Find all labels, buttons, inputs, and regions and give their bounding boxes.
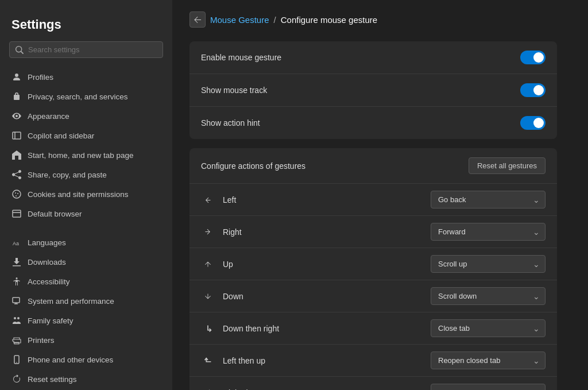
sidebar-item-appearance[interactable]: Appearance: [0, 106, 172, 126]
cookie-icon: [11, 189, 22, 199]
gesture-row-down: Down Go backForwardScroll upScroll down: [189, 280, 557, 312]
sidebar-item-family-label: Family safety: [28, 316, 74, 325]
svg-point-4: [17, 193, 18, 194]
sidebar-item-system[interactable]: System and performance: [0, 291, 172, 311]
sidebar-item-phone[interactable]: Phone and other devices: [0, 350, 172, 369]
sidebar-item-privacy-label: Privacy, search, and services: [28, 92, 128, 101]
svg-point-3: [15, 192, 16, 194]
sidebar-item-default-label: Default browser: [28, 210, 82, 218]
toggle-show-track: Show mouse track: [189, 74, 557, 107]
sidebar: Settings Profiles Privacy, search, and s…: [0, 0, 172, 390]
languages-icon: Aa: [11, 237, 22, 248]
gesture-left-up-label: Left then up: [223, 356, 423, 365]
sidebar-item-share[interactable]: Share, copy, and paste: [0, 165, 172, 184]
sidebar-item-reset-label: Reset settings: [28, 375, 77, 384]
sidebar-item-copilot[interactable]: Copilot and sidebar: [0, 126, 172, 145]
enable-gesture-toggle[interactable]: [520, 51, 546, 64]
gesture-right-up-select[interactable]: Go backOpen new tab: [431, 384, 546, 390]
gesture-row-up: Up Go backForwardScroll upScroll down: [189, 248, 557, 280]
gesture-right-up-label: Right then up: [223, 388, 423, 391]
gesture-up-select[interactable]: Go backForwardScroll upScroll down: [431, 255, 546, 273]
gesture-left-label: Left: [223, 195, 423, 204]
gesture-down-right-select-wrapper: Go backForwardClose tab: [431, 319, 546, 337]
svg-text:Aa: Aa: [13, 241, 19, 246]
gesture-row-right-up: Right then up Go backOpen new tab: [189, 377, 557, 390]
sidebar-item-share-label: Share, copy, and paste: [28, 171, 107, 179]
sidebar-item-languages[interactable]: Aa Languages: [0, 233, 172, 252]
sidebar-item-phone-label: Phone and other devices: [28, 356, 113, 364]
sidebar-item-languages-label: Languages: [28, 238, 66, 247]
svg-rect-10: [13, 298, 20, 303]
search-input[interactable]: [28, 45, 157, 54]
sidebar-item-profiles[interactable]: Profiles: [0, 67, 172, 87]
eye-icon: [11, 111, 22, 121]
arrow-down-right-icon: [201, 322, 215, 335]
sidebar-item-appearance-label: Appearance: [28, 112, 69, 121]
sidebar-item-copilot-label: Copilot and sidebar: [28, 132, 94, 140]
back-arrow-icon: [194, 16, 202, 24]
reset-all-gestures-button[interactable]: Reset all gestures: [469, 157, 546, 174]
gesture-row-down-right: Down then right Go backForwardClose tab: [189, 312, 557, 345]
main-content: Mouse Gesture / Configure mouse gesture …: [172, 0, 588, 390]
gesture-left-up-select[interactable]: Go backReopen closed tab: [431, 352, 546, 369]
show-track-toggle[interactable]: [520, 83, 546, 97]
gesture-down-right-select[interactable]: Go backForwardClose tab: [431, 319, 546, 337]
lock-icon: [11, 91, 22, 102]
download-icon: [11, 257, 22, 267]
sidebar-item-printers[interactable]: Printers: [0, 330, 172, 350]
gesture-right-select-wrapper: Go backForwardScroll upScroll down: [431, 223, 546, 241]
svg-point-16: [16, 362, 17, 363]
sidebar-icon: [11, 130, 22, 141]
arrow-left-up-icon: [201, 354, 215, 368]
gesture-down-label: Down: [223, 292, 423, 301]
arrow-up-icon: [201, 257, 215, 271]
arrow-down-icon: [201, 289, 215, 303]
show-track-label: Show mouse track: [201, 86, 267, 95]
gesture-right-up-select-wrapper: Go backOpen new tab: [431, 384, 546, 390]
gesture-row-left: Left Go backForwardScroll upScroll downC…: [189, 184, 557, 216]
breadcrumb-separator: /: [274, 15, 276, 25]
sidebar-item-cookies[interactable]: Cookies and site permissions: [0, 184, 172, 204]
share-icon: [11, 169, 22, 180]
arrow-left-icon: [201, 193, 215, 207]
gesture-section-title: Configure actions of gestures: [201, 161, 305, 171]
svg-point-5: [16, 195, 17, 196]
sidebar-item-printers-label: Printers: [28, 336, 55, 345]
back-button[interactable]: [189, 11, 206, 28]
toggle-section: Enable mouse gesture Show mouse track Sh…: [189, 41, 557, 139]
sidebar-item-reset[interactable]: Reset settings: [0, 369, 172, 389]
sidebar-item-default-browser[interactable]: Default browser: [0, 204, 172, 223]
sidebar-item-privacy[interactable]: Privacy, search, and services: [0, 87, 172, 106]
sidebar-item-downloads[interactable]: Downloads: [0, 252, 172, 272]
family-icon: [11, 315, 22, 326]
home-icon: [11, 150, 22, 160]
sidebar-item-downloads-label: Downloads: [28, 258, 66, 267]
browser-icon: [11, 208, 22, 219]
app-title: Settings: [0, 11, 172, 41]
gesture-down-select[interactable]: Go backForwardScroll upScroll down: [431, 287, 546, 305]
sidebar-item-cookies-label: Cookies and site permissions: [28, 190, 129, 199]
svg-point-13: [14, 317, 16, 319]
sidebar-nav-bottom: Aa Languages Downloads Accessibility Sys…: [0, 233, 172, 390]
sidebar-item-start[interactable]: Start, home, and new tab page: [0, 145, 172, 165]
svg-point-9: [16, 277, 18, 279]
reset-icon: [11, 374, 22, 384]
sidebar-item-accessibility-label: Accessibility: [28, 277, 70, 286]
svg-rect-0: [13, 132, 21, 139]
sidebar-nav-top: Profiles Privacy, search, and services A…: [0, 67, 172, 223]
breadcrumb: Mouse Gesture / Configure mouse gesture: [189, 11, 557, 28]
gesture-config-section: Configure actions of gestures Reset all …: [189, 148, 557, 390]
printer-icon: [11, 335, 22, 345]
gesture-left-select[interactable]: Go backForwardScroll upScroll downClose …: [431, 191, 546, 208]
gesture-right-select[interactable]: Go backForwardScroll upScroll down: [431, 223, 546, 241]
gesture-down-right-label: Down then right: [223, 324, 423, 333]
sidebar-item-system-label: System and performance: [28, 297, 114, 306]
sidebar-item-accessibility[interactable]: Accessibility: [0, 272, 172, 291]
toggle-show-hint: Show action hint: [189, 107, 557, 139]
svg-point-14: [17, 317, 20, 319]
show-hint-toggle[interactable]: [520, 116, 546, 130]
arrow-right-up-icon: [201, 386, 215, 391]
sidebar-item-family[interactable]: Family safety: [0, 311, 172, 330]
breadcrumb-parent[interactable]: Mouse Gesture: [210, 15, 269, 25]
search-box[interactable]: [9, 41, 163, 58]
